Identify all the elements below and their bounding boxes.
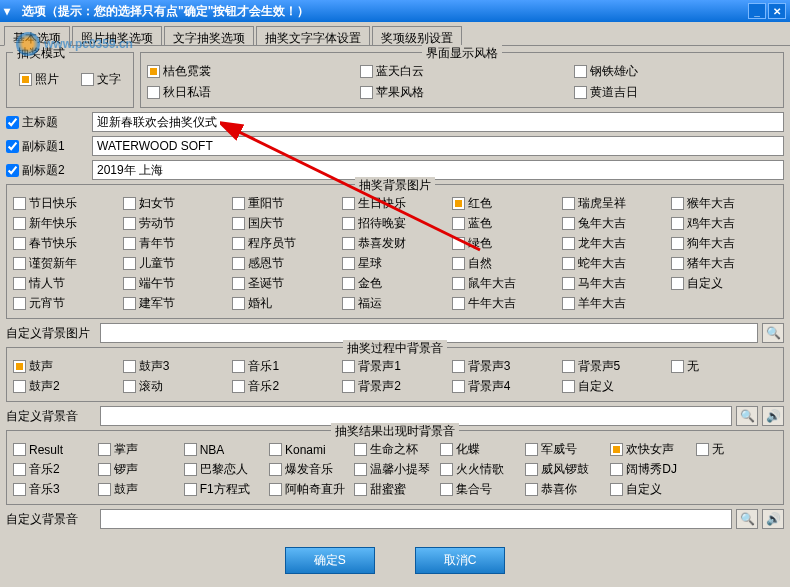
tab-2[interactable]: 文字抽奖选项 — [164, 26, 254, 45]
resgrid-opt-19[interactable]: 鼓声 — [98, 481, 179, 498]
bggrid-opt-12[interactable]: 兔年大吉 — [562, 215, 668, 232]
bggrid-opt-39[interactable]: 牛年大吉 — [452, 295, 558, 312]
cancel-button[interactable]: 取消C — [415, 547, 506, 574]
bggrid-opt-38[interactable]: 福运 — [342, 295, 448, 312]
minimize-button[interactable]: _ — [748, 3, 766, 19]
procgrid-opt-2[interactable]: 音乐1 — [232, 358, 338, 375]
resgrid-opt-25[interactable]: 自定义 — [610, 481, 691, 498]
browse-result-sound-button[interactable]: 🔍 — [736, 509, 758, 529]
tab-4[interactable]: 奖项级别设置 — [372, 26, 462, 45]
resgrid-opt-1[interactable]: 掌声 — [98, 441, 179, 458]
bggrid-opt-25[interactable]: 自然 — [452, 255, 558, 272]
resgrid-opt-14[interactable]: 火火情歌 — [440, 461, 521, 478]
tab-3[interactable]: 抽奖文字字体设置 — [256, 26, 370, 45]
tab-1[interactable]: 照片抽奖选项 — [72, 26, 162, 45]
sub1-title-check[interactable] — [6, 140, 19, 153]
procgrid-opt-7[interactable]: 鼓声2 — [13, 378, 119, 395]
bggrid-opt-33[interactable]: 马年大吉 — [562, 275, 668, 292]
bggrid-opt-9[interactable]: 国庆节 — [232, 215, 338, 232]
bggrid-opt-14[interactable]: 春节快乐 — [13, 235, 119, 252]
close-button[interactable]: ✕ — [768, 3, 786, 19]
bggrid-opt-1[interactable]: 妇女节 — [123, 195, 229, 212]
resgrid-opt-15[interactable]: 威风锣鼓 — [525, 461, 606, 478]
bggrid-opt-0[interactable]: 节日快乐 — [13, 195, 119, 212]
bggrid-opt-13[interactable]: 鸡年大吉 — [671, 215, 777, 232]
bggrid-opt-2[interactable]: 重阳节 — [232, 195, 338, 212]
browse-bgimg-button[interactable]: 🔍 — [762, 323, 784, 343]
resgrid-opt-3[interactable]: Konami — [269, 441, 350, 458]
bggrid-opt-10[interactable]: 招待晚宴 — [342, 215, 448, 232]
resgrid-opt-4[interactable]: 生命之杯 — [354, 441, 435, 458]
resgrid-opt-11[interactable]: 巴黎恋人 — [184, 461, 265, 478]
resgrid-opt-16[interactable]: 阔博秀DJ — [610, 461, 691, 478]
procgrid-opt-5[interactable]: 背景声5 — [562, 358, 668, 375]
style-opt-3[interactable]: 秋日私语 — [147, 84, 350, 101]
bggrid-opt-11[interactable]: 蓝色 — [452, 215, 558, 232]
main-title-input[interactable] — [92, 112, 784, 132]
style-opt-5[interactable]: 黄道吉日 — [574, 84, 777, 101]
bggrid-opt-3[interactable]: 生日快乐 — [342, 195, 448, 212]
procgrid-opt-11[interactable]: 背景声4 — [452, 378, 558, 395]
bggrid-opt-17[interactable]: 恭喜发财 — [342, 235, 448, 252]
sub1-title-input[interactable] — [92, 136, 784, 156]
resgrid-opt-0[interactable]: Result — [13, 441, 94, 458]
ok-button[interactable]: 确定S — [285, 547, 375, 574]
bggrid-opt-19[interactable]: 龙年大吉 — [562, 235, 668, 252]
browse-process-sound-button[interactable]: 🔍 — [736, 406, 758, 426]
resgrid-opt-13[interactable]: 温馨小提琴 — [354, 461, 435, 478]
style-opt-4[interactable]: 苹果风格 — [360, 84, 563, 101]
style-opt-0[interactable]: 桔色霓裳 — [147, 63, 350, 80]
resgrid-opt-23[interactable]: 集合号 — [440, 481, 521, 498]
resgrid-opt-21[interactable]: 阿帕奇直升 — [269, 481, 350, 498]
bggrid-opt-31[interactable]: 金色 — [342, 275, 448, 292]
main-title-check[interactable] — [6, 116, 19, 129]
bggrid-opt-30[interactable]: 圣诞节 — [232, 275, 338, 292]
bggrid-opt-20[interactable]: 狗年大吉 — [671, 235, 777, 252]
style-opt-1[interactable]: 蓝天白云 — [360, 63, 563, 80]
play-result-sound-button[interactable]: 🔊 — [762, 509, 784, 529]
bggrid-opt-28[interactable]: 情人节 — [13, 275, 119, 292]
bggrid-opt-6[interactable]: 猴年大吉 — [671, 195, 777, 212]
style-opt-2[interactable]: 钢铁雄心 — [574, 63, 777, 80]
resgrid-opt-9[interactable]: 音乐2 — [13, 461, 94, 478]
tab-0[interactable]: 基本选项 — [4, 26, 70, 46]
bggrid-opt-35[interactable]: 元宵节 — [13, 295, 119, 312]
bggrid-opt-26[interactable]: 蛇年大吉 — [562, 255, 668, 272]
procgrid-opt-1[interactable]: 鼓声3 — [123, 358, 229, 375]
mode-opt-0[interactable]: 照片 — [19, 71, 59, 88]
procgrid-opt-8[interactable]: 滚动 — [123, 378, 229, 395]
bggrid-opt-34[interactable]: 自定义 — [671, 275, 777, 292]
titlebar-menu-icon[interactable]: ▾ — [4, 4, 18, 18]
bggrid-opt-4[interactable]: 红色 — [452, 195, 558, 212]
procgrid-opt-12[interactable]: 自定义 — [562, 378, 668, 395]
resgrid-opt-18[interactable]: 音乐3 — [13, 481, 94, 498]
bggrid-opt-32[interactable]: 鼠年大吉 — [452, 275, 558, 292]
procgrid-opt-10[interactable]: 背景声2 — [342, 378, 448, 395]
resgrid-opt-10[interactable]: 锣声 — [98, 461, 179, 478]
bggrid-opt-5[interactable]: 瑞虎呈祥 — [562, 195, 668, 212]
procgrid-opt-6[interactable]: 无 — [671, 358, 777, 375]
sub2-title-input[interactable] — [92, 160, 784, 180]
procgrid-opt-0[interactable]: 鼓声 — [13, 358, 119, 375]
resgrid-opt-6[interactable]: 军威号 — [525, 441, 606, 458]
bggrid-opt-29[interactable]: 端午节 — [123, 275, 229, 292]
resgrid-opt-2[interactable]: NBA — [184, 441, 265, 458]
bggrid-opt-21[interactable]: 谨贺新年 — [13, 255, 119, 272]
resgrid-opt-20[interactable]: F1方程式 — [184, 481, 265, 498]
bggrid-opt-18[interactable]: 绿色 — [452, 235, 558, 252]
bggrid-opt-24[interactable]: 星球 — [342, 255, 448, 272]
bggrid-opt-36[interactable]: 建军节 — [123, 295, 229, 312]
sub2-title-check[interactable] — [6, 164, 19, 177]
resgrid-opt-22[interactable]: 甜蜜蜜 — [354, 481, 435, 498]
bggrid-opt-37[interactable]: 婚礼 — [232, 295, 338, 312]
mode-opt-1[interactable]: 文字 — [81, 71, 121, 88]
resgrid-opt-24[interactable]: 恭喜你 — [525, 481, 606, 498]
bggrid-opt-22[interactable]: 儿童节 — [123, 255, 229, 272]
procgrid-opt-4[interactable]: 背景声3 — [452, 358, 558, 375]
resgrid-opt-7[interactable]: 欢快女声 — [610, 441, 691, 458]
play-process-sound-button[interactable]: 🔊 — [762, 406, 784, 426]
resgrid-opt-5[interactable]: 化蝶 — [440, 441, 521, 458]
resgrid-opt-8[interactable]: 无 — [696, 441, 777, 458]
bggrid-opt-15[interactable]: 青年节 — [123, 235, 229, 252]
bggrid-opt-7[interactable]: 新年快乐 — [13, 215, 119, 232]
